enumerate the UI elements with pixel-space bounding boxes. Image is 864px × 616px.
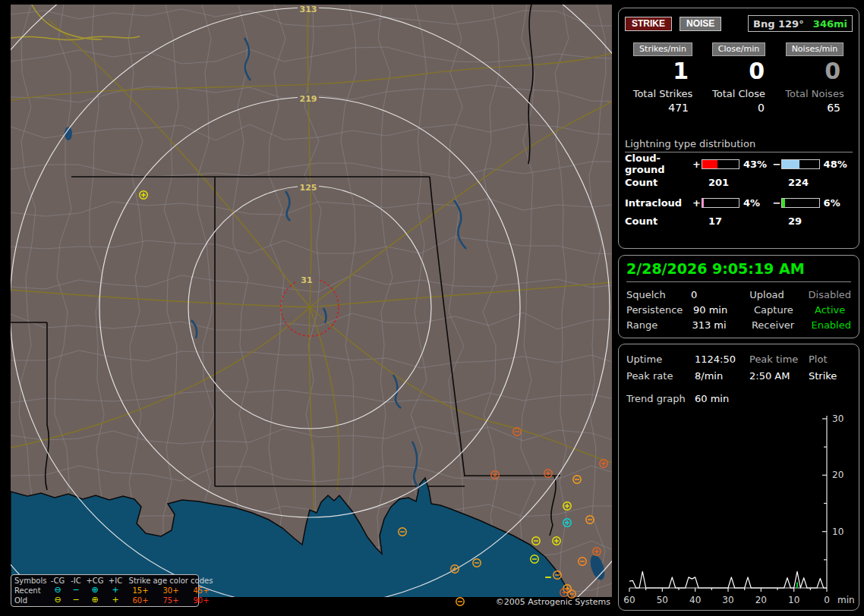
range-label: Range — [626, 319, 692, 331]
svg-text:20: 20 — [755, 595, 767, 605]
ic-negative-count: 29 — [788, 215, 802, 227]
ic-negative-bar — [781, 198, 819, 208]
age-60: 60+ — [125, 596, 156, 605]
old-pic-icon: + — [106, 596, 125, 605]
svg-text:0: 0 — [824, 595, 830, 605]
age-45: 45+ — [186, 586, 216, 596]
plot-header: Plot — [809, 354, 851, 365]
uptime-label: Uptime — [626, 354, 695, 365]
map-viewport[interactable]: 31321912531 ©2005 Astrogenic Systems Sym… — [11, 5, 612, 607]
noises-per-min-button[interactable]: Noises/min — [786, 42, 844, 56]
svg-text:30: 30 — [832, 413, 844, 424]
svg-text:50: 50 — [657, 595, 668, 605]
total-noises-value: 65 — [777, 102, 853, 117]
peak-rate-label: Peak rate — [626, 370, 695, 382]
svg-text:60: 60 — [623, 595, 635, 605]
ic-negative-pct: 6% — [824, 197, 853, 209]
trend-graph: 1020300102030405060min — [623, 410, 854, 613]
strike-symbol-cg+ — [553, 537, 560, 545]
state-borders — [11, 5, 560, 536]
distance-value: 346mi — [813, 18, 847, 30]
total-close-value: 0 — [701, 102, 777, 117]
receiver-label: Receiver — [752, 319, 812, 331]
total-strikes-value: 471 — [625, 102, 701, 117]
trend-graph-label: Trend graph — [626, 393, 695, 404]
range-ring-label: 313 — [300, 5, 317, 14]
ic-positive-bar — [702, 198, 739, 208]
upload-label: Upload — [749, 289, 808, 300]
bearing-readout: Bng 129° 346mi — [748, 15, 853, 32]
range-ring-label: 31 — [301, 275, 312, 285]
copyright: ©2005 Astrogenic Systems — [496, 597, 610, 607]
age-90: 90+ — [186, 596, 216, 605]
uptime-value: 1124:50 — [695, 354, 749, 365]
noises-per-min-value: 0 — [777, 56, 853, 86]
plus-sign: + — [692, 159, 702, 170]
close-per-min-button[interactable]: Close/min — [712, 42, 765, 56]
range-ring-label: 219 — [300, 94, 317, 104]
total-close-label: Total Close — [701, 88, 777, 102]
strike-symbol-cg+ — [563, 519, 571, 526]
svg-text:10: 10 — [832, 526, 844, 537]
strikes-per-min-button[interactable]: Strikes/min — [633, 42, 692, 56]
old-ncg-icon: ⊖ — [48, 596, 68, 605]
total-strikes-label: Total Strikes — [625, 88, 701, 102]
strike-symbol-cg- — [573, 476, 581, 483]
strike-mode-button[interactable]: STRIKE — [625, 17, 672, 31]
strike-symbol-cg- — [579, 558, 586, 565]
trend-graph-value: 60 min — [695, 393, 749, 404]
counters-panel: STRIKE NOISE Bng 129° 346mi Strikes/min … — [618, 8, 859, 249]
cloud-ground-label: Cloud-ground — [625, 152, 692, 175]
svg-text:min: min — [837, 595, 854, 605]
svg-text:20: 20 — [832, 470, 844, 480]
capture-status: Active — [815, 304, 851, 316]
capture-label: Capture — [754, 304, 815, 316]
svg-text:30: 30 — [722, 595, 733, 605]
old-pcg-icon: ⊕ — [84, 596, 106, 605]
ic-positive-pct: 4% — [743, 197, 772, 209]
peak-time-header: Peak time — [749, 354, 809, 365]
minus-sign: − — [772, 159, 781, 170]
svg-text:40: 40 — [689, 595, 701, 605]
old-nic-icon: − — [68, 596, 84, 605]
status-panel: 2/28/2026 9:05:19 AM Squelch 0 Upload Di… — [618, 255, 859, 338]
strike-symbol-cg+ — [593, 548, 601, 555]
close-per-min-value: 0 — [701, 56, 777, 86]
noise-mode-button[interactable]: NOISE — [680, 17, 721, 31]
bearing-value: Bng 129° — [753, 18, 804, 30]
upload-status: Disabled — [809, 289, 851, 300]
persistence-value: 90 min — [693, 304, 754, 316]
lightning-map[interactable]: 31321912531 ©2005 Astrogenic Systems — [11, 5, 612, 607]
strike-symbol-cg+ — [600, 460, 607, 467]
app-window: 31321912531 ©2005 Astrogenic Systems Sym… — [0, 0, 864, 616]
range-value: 313 mi — [692, 319, 752, 331]
receiver-status: Enabled — [811, 319, 851, 331]
svg-text:10: 10 — [788, 595, 799, 605]
cg-positive-pct: 43% — [743, 159, 772, 170]
ic-count-label: Count — [625, 215, 708, 227]
trend-panel: Uptime 1124:50 Peak time Plot Peak rate … — [618, 344, 859, 611]
plus-sign: + — [692, 197, 702, 209]
peak-rate-value: 8/min — [695, 370, 749, 382]
cg-positive-bar — [702, 159, 739, 169]
legend-row-old: Old — [14, 596, 48, 605]
total-noises-label: Total Noises — [777, 88, 853, 102]
cg-negative-pct: 48% — [824, 159, 853, 170]
minus-sign: − — [772, 197, 781, 209]
peak-time-value: 2:50 AM — [749, 370, 809, 382]
strike-symbol-cg+ — [140, 191, 147, 199]
legend-row-recent: Recent — [14, 586, 48, 596]
rivers — [191, 38, 466, 490]
persistence-label: Persistence — [626, 304, 693, 316]
strike-symbol-cg- — [586, 516, 594, 523]
squelch-value: 0 — [691, 289, 749, 300]
strikes-per-min-value: 1 — [625, 56, 701, 86]
strike-symbol-cg- — [532, 537, 540, 545]
cg-negative-bar — [781, 159, 819, 169]
legend-symbols-header: Symbols — [14, 576, 48, 586]
ic-positive-count: 17 — [708, 215, 788, 227]
legend-age-header: Strike age color codes — [125, 576, 216, 586]
squelch-label: Squelch — [626, 289, 691, 300]
age-30: 30+ — [156, 586, 186, 596]
age-15: 15+ — [125, 586, 156, 596]
